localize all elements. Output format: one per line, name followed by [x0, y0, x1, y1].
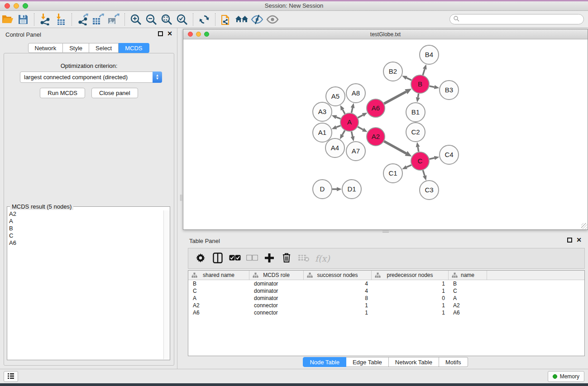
- node-A5[interactable]: A5: [326, 87, 345, 106]
- node-A4[interactable]: A4: [325, 138, 344, 157]
- edge-C-C4[interactable]: [430, 156, 440, 160]
- export-network-button[interactable]: [75, 12, 91, 27]
- node-A1[interactable]: A1: [313, 123, 332, 142]
- cell-name[interactable]: A: [449, 295, 487, 302]
- import-network-button[interactable]: [38, 12, 53, 27]
- edge-B-B4[interactable]: [423, 64, 427, 75]
- node-B4[interactable]: B4: [420, 45, 439, 64]
- float-table-panel-icon[interactable]: [567, 238, 572, 243]
- column-header-successor-nodes[interactable]: successor nodes: [304, 271, 372, 280]
- column-header-predecessor-nodes[interactable]: predecessor nodes: [372, 271, 449, 280]
- zoom-out-button[interactable]: [143, 12, 159, 27]
- edge-B-B3[interactable]: [430, 85, 440, 89]
- node-C1[interactable]: C1: [383, 164, 402, 183]
- column-header-name[interactable]: name: [449, 271, 487, 280]
- zoom-fit-button[interactable]: [159, 12, 174, 27]
- node-A[interactable]: A: [340, 113, 359, 131]
- search-input[interactable]: [461, 15, 583, 24]
- cell-name[interactable]: C: [449, 287, 487, 295]
- criterion-select[interactable]: largest connected component (directed) ▲…: [20, 71, 162, 83]
- vertical-split-handle[interactable]: [180, 195, 182, 201]
- delete-table-button[interactable]: [296, 250, 311, 267]
- edge-B-B1[interactable]: [416, 94, 420, 103]
- edge-A-A1[interactable]: [332, 125, 341, 129]
- show-graphics-button[interactable]: [265, 12, 280, 27]
- node-B2[interactable]: B2: [383, 62, 402, 81]
- node-D1[interactable]: D1: [342, 180, 361, 199]
- run-mcds-button[interactable]: Run MCDS: [40, 88, 85, 98]
- edge-C-C3[interactable]: [423, 170, 427, 181]
- close-panel-icon[interactable]: ✕: [167, 31, 172, 36]
- show-columns-button[interactable]: [210, 250, 225, 267]
- edge-B-B2[interactable]: [402, 76, 411, 80]
- edge-A-A2[interactable]: [358, 127, 367, 132]
- float-panel-icon[interactable]: [158, 31, 163, 36]
- node-C[interactable]: C: [411, 152, 429, 170]
- horizontal-split-handle[interactable]: [382, 231, 389, 233]
- result-item-b[interactable]: B: [8, 225, 163, 232]
- cell-successor-nodes[interactable]: 4: [304, 280, 372, 287]
- zoom-in-button[interactable]: [128, 12, 143, 27]
- cell-shared-name[interactable]: A: [188, 295, 249, 302]
- cell-predecessor-nodes[interactable]: 1: [372, 302, 449, 309]
- delete-column-button[interactable]: [279, 250, 294, 267]
- cell-successor-nodes[interactable]: 1: [304, 302, 372, 309]
- result-item-a2[interactable]: A2: [8, 210, 163, 218]
- edge-A-A4[interactable]: [340, 130, 345, 139]
- window-resize-grip[interactable]: [581, 223, 587, 229]
- edge-A-A6[interactable]: [358, 113, 368, 118]
- node-A8[interactable]: A8: [346, 84, 365, 103]
- cell-name[interactable]: A6: [449, 309, 487, 316]
- node-C3[interactable]: C3: [420, 181, 439, 200]
- network-canvas[interactable]: B4B2BB3A8A5A6A3B1AC2A1A2A4A7C4CC1DD1C3: [183, 39, 588, 229]
- table-row-a2[interactable]: A2connector11A2: [188, 302, 584, 309]
- cell-name[interactable]: A2: [449, 302, 487, 309]
- tab-mcds[interactable]: MCDS: [119, 43, 149, 53]
- tab-edge-table[interactable]: Edge Table: [346, 357, 389, 367]
- close-panel-button[interactable]: Close panel: [91, 88, 138, 98]
- result-item-a[interactable]: A: [8, 218, 163, 225]
- export-table-button[interactable]: [91, 12, 106, 27]
- cell-successor-nodes[interactable]: 8: [304, 295, 372, 302]
- tab-style[interactable]: Style: [63, 43, 89, 53]
- table-row-b[interactable]: Bdominator41B: [188, 280, 584, 287]
- unselect-all-columns-button[interactable]: [244, 250, 260, 267]
- table-row-a6[interactable]: A6connector11A6: [188, 309, 584, 316]
- network-window-titlebar[interactable]: testGlobe.txt: [183, 29, 588, 39]
- table-row-c[interactable]: Cdominator41C: [188, 287, 584, 295]
- edge-A2-C[interactable]: [384, 141, 411, 157]
- edge-A-A8[interactable]: [351, 103, 355, 113]
- open-session-button[interactable]: [0, 12, 15, 27]
- node-B[interactable]: B: [411, 75, 429, 93]
- cell-mcds-role[interactable]: dominator: [249, 280, 304, 287]
- node-B3[interactable]: B3: [440, 81, 459, 100]
- tab-select[interactable]: Select: [89, 43, 119, 53]
- cell-shared-name[interactable]: A6: [188, 309, 249, 316]
- cell-mcds-role[interactable]: dominator: [249, 287, 304, 295]
- result-item-c[interactable]: C: [8, 232, 163, 239]
- cell-successor-nodes[interactable]: 1: [304, 309, 372, 316]
- table-settings-button[interactable]: [193, 250, 208, 267]
- cell-shared-name[interactable]: B: [188, 280, 249, 287]
- tab-motifs[interactable]: Motifs: [439, 357, 468, 367]
- cell-predecessor-nodes[interactable]: 1: [372, 280, 449, 287]
- export-image-button[interactable]: [106, 12, 121, 27]
- node-A6[interactable]: A6: [367, 99, 385, 117]
- memory-button[interactable]: Memory: [548, 371, 584, 382]
- hide-graphics-button[interactable]: [249, 12, 265, 27]
- cell-mcds-role[interactable]: connector: [249, 309, 304, 316]
- edge-A-A7[interactable]: [351, 132, 355, 142]
- tab-network[interactable]: Network: [28, 43, 63, 53]
- result-item-a6[interactable]: A6: [8, 239, 163, 247]
- refresh-button[interactable]: [196, 12, 212, 27]
- edge-D-D1[interactable]: [332, 187, 342, 191]
- cell-predecessor-nodes[interactable]: 1: [372, 287, 449, 295]
- homes-button[interactable]: [234, 12, 249, 27]
- close-table-panel-icon[interactable]: ✕: [576, 238, 582, 243]
- select-all-columns-button[interactable]: [227, 250, 243, 267]
- save-session-button[interactable]: [15, 12, 31, 27]
- node-C2[interactable]: C2: [406, 123, 425, 142]
- cell-mcds-role[interactable]: dominator: [249, 295, 304, 302]
- task-history-button[interactable]: [4, 371, 18, 382]
- edge-A-A3[interactable]: [332, 115, 341, 119]
